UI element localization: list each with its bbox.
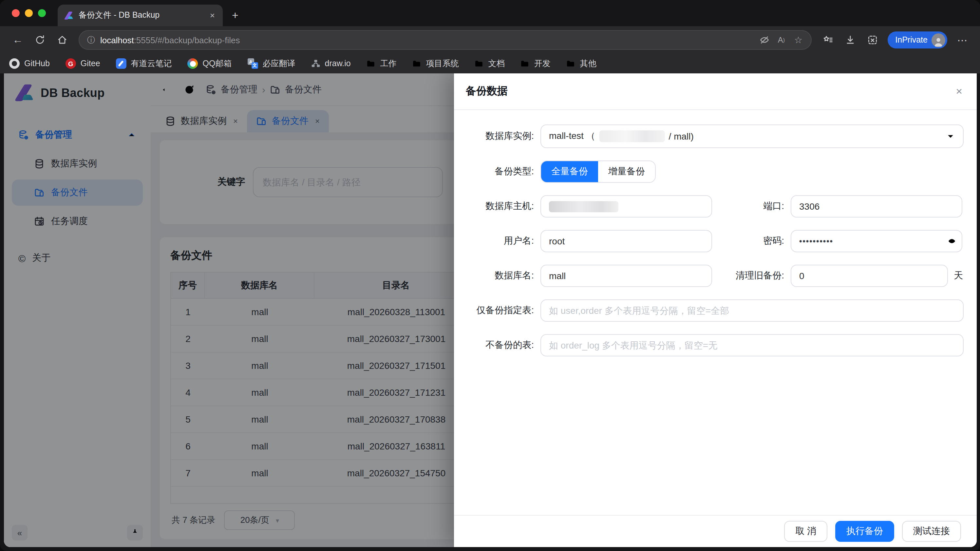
chevron-down-icon bbox=[946, 132, 955, 141]
home-button[interactable] bbox=[52, 30, 72, 50]
password-label: 密码: bbox=[712, 235, 791, 247]
settings-more-icon[interactable]: ⋯ bbox=[953, 30, 972, 50]
clean-old-label: 清理旧备份: bbox=[712, 270, 791, 282]
bookmarks-bar: GitHub GGitee 有道云笔记 QQ邮箱 A文必应翻译 draw.io … bbox=[0, 54, 980, 73]
profile-avatar[interactable] bbox=[932, 33, 945, 47]
downloads-icon[interactable] bbox=[840, 30, 860, 50]
gitee-icon: G bbox=[65, 58, 76, 69]
drawio-icon bbox=[311, 59, 320, 68]
run-backup-button[interactable]: 执行备份 bbox=[835, 521, 894, 542]
tracking-prevention-icon[interactable] bbox=[756, 32, 773, 48]
web-capture-icon[interactable] bbox=[862, 30, 882, 50]
password-field bbox=[791, 230, 963, 252]
database-host-input[interactable] bbox=[541, 195, 712, 218]
url-text: localhost:5555/#/backup/backup-files bbox=[100, 35, 756, 45]
bookmark-github[interactable]: GitHub bbox=[9, 58, 50, 69]
drawer-title: 备份数据 bbox=[466, 84, 508, 98]
form-row-user-password: 用户名: 密码: bbox=[454, 230, 965, 252]
browser-tab-strip: 备份文件 - DB Backup × + bbox=[0, 0, 980, 26]
database-instance-select[interactable]: mall-test （ / mall) bbox=[541, 124, 964, 148]
port-input[interactable] bbox=[791, 195, 963, 218]
backup-type-segment: 全量备份 增量备份 bbox=[541, 161, 656, 183]
bookmark-gitee[interactable]: GGitee bbox=[65, 58, 100, 69]
form-row-dbname-clean: 数据库名: 清理旧备份: 天 bbox=[454, 265, 965, 287]
address-bar[interactable]: ⓘ localhost:5555/#/backup/backup-files A… bbox=[79, 30, 811, 50]
exclude-tables-label: 不备份的表: bbox=[454, 339, 541, 351]
minimize-window-button[interactable] bbox=[25, 9, 33, 17]
instance-label: 数据库实例: bbox=[454, 131, 541, 142]
form-row-include-tables: 仅备份指定表: bbox=[454, 299, 965, 322]
screen: 备份文件 - DB Backup × + ← ⓘ localhost:5555/… bbox=[0, 0, 980, 551]
inprivate-badge[interactable]: InPrivate bbox=[887, 32, 947, 48]
bookmark-folder-dev[interactable]: 开发 bbox=[520, 58, 550, 69]
bing-translate-icon: A文 bbox=[248, 58, 258, 69]
drawer-header: 备份数据 × bbox=[454, 73, 977, 110]
bookmark-folder-other[interactable]: 其他 bbox=[566, 58, 597, 69]
drawer-footer: 取 消 执行备份 测试连接 bbox=[454, 515, 977, 547]
include-tables-input[interactable] bbox=[541, 299, 964, 322]
test-connection-button[interactable]: 测试连接 bbox=[902, 521, 961, 542]
username-label: 用户名: bbox=[454, 235, 541, 247]
full-backup-option[interactable]: 全量备份 bbox=[541, 161, 598, 182]
youdao-icon bbox=[116, 58, 126, 69]
dbname-label: 数据库名: bbox=[454, 270, 541, 282]
url-path: :5555/#/backup/backup-files bbox=[134, 35, 240, 45]
site-info-icon[interactable]: ⓘ bbox=[87, 34, 95, 46]
form-row-exclude-tables: 不备份的表: bbox=[454, 334, 965, 357]
eye-off-icon[interactable] bbox=[947, 237, 956, 246]
drawer-form: 数据库实例: mall-test （ / mall) 备份类型: 全量备份 增量… bbox=[454, 110, 977, 515]
form-row-instance: 数据库实例: mall-test （ / mall) bbox=[454, 124, 965, 148]
window-controls bbox=[12, 9, 46, 17]
bookmark-qqmail[interactable]: QQ邮箱 bbox=[188, 58, 232, 69]
bookmark-youdao[interactable]: 有道云笔记 bbox=[116, 58, 172, 69]
new-tab-button[interactable]: + bbox=[232, 9, 239, 22]
incremental-backup-option[interactable]: 增量备份 bbox=[598, 161, 655, 182]
folder-icon bbox=[475, 59, 484, 68]
host-label: 数据库主机: bbox=[454, 201, 541, 212]
database-name-input[interactable] bbox=[541, 265, 712, 287]
folder-icon bbox=[520, 59, 530, 68]
tab-close-icon[interactable]: × bbox=[208, 11, 216, 20]
port-label: 端口: bbox=[712, 201, 791, 212]
password-input[interactable] bbox=[791, 230, 963, 252]
bookmark-folder-projects[interactable]: 项目系统 bbox=[412, 58, 459, 69]
browser-window: 备份文件 - DB Backup × + ← ⓘ localhost:5555/… bbox=[0, 0, 980, 551]
close-window-button[interactable] bbox=[12, 9, 20, 17]
inprivate-label: InPrivate bbox=[895, 35, 928, 45]
username-input[interactable] bbox=[541, 230, 712, 252]
refresh-button[interactable] bbox=[30, 30, 50, 50]
zoom-window-button[interactable] bbox=[38, 9, 46, 17]
redacted-host-value bbox=[549, 201, 618, 212]
close-icon[interactable]: × bbox=[956, 86, 963, 97]
bookmark-drawio[interactable]: draw.io bbox=[311, 59, 351, 68]
days-suffix: 天 bbox=[954, 270, 963, 282]
bookmark-folder-work[interactable]: 工作 bbox=[366, 58, 397, 69]
url-host: localhost bbox=[100, 35, 134, 45]
github-icon bbox=[9, 58, 20, 69]
form-row-backup-type: 备份类型: 全量备份 增量备份 bbox=[454, 161, 965, 183]
browser-toolbar: ← ⓘ localhost:5555/#/backup/backup-files… bbox=[0, 26, 980, 54]
clean-days-input[interactable] bbox=[791, 265, 948, 287]
favicon bbox=[64, 11, 73, 20]
folder-icon bbox=[366, 59, 376, 68]
backup-type-label: 备份类型: bbox=[454, 166, 541, 178]
exclude-tables-input[interactable] bbox=[541, 334, 964, 357]
backup-data-drawer: 备份数据 × 数据库实例: mall-test （ / mall) 备份类型: bbox=[454, 73, 977, 547]
redacted-host bbox=[600, 131, 665, 142]
form-row-host-port: 数据库主机: 端口: bbox=[454, 195, 965, 218]
webpage: DB Backup 备份管理 数据库实例 备份文件 任务调度 © bbox=[4, 73, 977, 547]
qqmail-icon bbox=[188, 58, 198, 69]
include-tables-label: 仅备份指定表: bbox=[454, 305, 541, 317]
back-button[interactable]: ← bbox=[8, 30, 27, 50]
read-aloud-icon[interactable]: A) bbox=[773, 32, 790, 48]
tab-title: 备份文件 - DB Backup bbox=[79, 10, 204, 21]
favorites-bar-icon[interactable] bbox=[818, 30, 837, 50]
bookmark-bing-translate[interactable]: A文必应翻译 bbox=[248, 58, 296, 69]
cancel-button[interactable]: 取 消 bbox=[784, 521, 827, 542]
favorite-star-icon[interactable]: ☆ bbox=[790, 32, 807, 48]
folder-icon bbox=[412, 59, 422, 68]
bookmark-folder-docs[interactable]: 文档 bbox=[475, 58, 505, 69]
folder-icon bbox=[566, 59, 576, 68]
browser-tab[interactable]: 备份文件 - DB Backup × bbox=[58, 5, 223, 26]
